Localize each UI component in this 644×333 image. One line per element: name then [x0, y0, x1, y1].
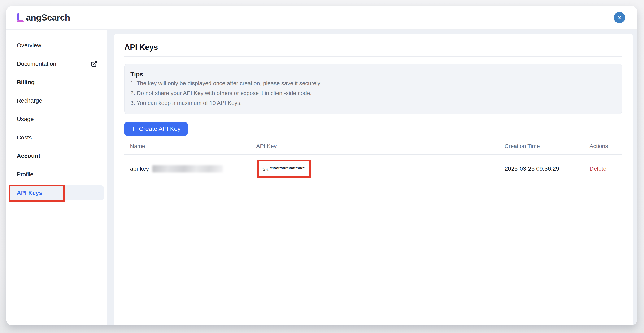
title-divider — [124, 56, 622, 56]
redacted-name-blur — [152, 165, 223, 172]
user-avatar[interactable]: x — [614, 12, 625, 23]
column-header-creation-time: Creation Time — [499, 143, 584, 150]
api-key-value-cell: sk-*************** — [250, 160, 499, 178]
actions-cell: Delete — [584, 165, 622, 172]
brand-logo: angSearch — [17, 12, 70, 23]
sidebar-section-billing: Billing — [9, 75, 104, 90]
content-area: API Keys Tips 1. The key will only be di… — [107, 30, 637, 325]
sidebar-item-recharge[interactable]: Recharge — [9, 93, 104, 108]
sidebar-item-overview[interactable]: Overview — [9, 38, 104, 53]
table-row: api-key- sk-*************** 2025-03-25 0… — [124, 155, 622, 180]
sidebar-item-documentation[interactable]: Documentation — [9, 56, 104, 71]
avatar-initial: x — [618, 14, 621, 21]
tips-item-2: 2. Do not share your API Key with others… — [130, 88, 614, 98]
brand-name: angSearch — [26, 12, 70, 23]
tips-box: Tips 1. The key will only be displayed o… — [124, 64, 622, 114]
sidebar-nav: Overview Documentation Billing Recharge — [6, 30, 107, 325]
tips-item-3: 3. You can keep a maximum of 10 API Keys… — [130, 98, 614, 108]
annotation-box-api-key: sk-*************** — [257, 160, 311, 178]
page-title: API Keys — [124, 43, 622, 52]
sidebar-item-costs[interactable]: Costs — [9, 130, 104, 145]
logo-vertical-bar — [17, 13, 19, 21]
column-header-actions: Actions — [584, 143, 622, 150]
sidebar-item-profile[interactable]: Profile — [9, 167, 104, 182]
api-keys-table: Name API Key Creation Time Actions api-k… — [124, 138, 622, 180]
sidebar-section-account: Account — [9, 148, 104, 164]
column-header-api-key: API Key — [250, 143, 499, 150]
api-keys-panel: API Keys Tips 1. The key will only be di… — [114, 33, 633, 325]
plus-icon: + — [132, 125, 136, 132]
delete-button[interactable]: Delete — [590, 165, 606, 172]
api-key-name-prefix: api-key- — [130, 165, 151, 172]
creation-time-cell: 2025-03-25 09:36:29 — [499, 165, 584, 172]
sidebar-item-usage[interactable]: Usage — [9, 112, 104, 127]
brand-logo-l-icon — [17, 13, 25, 22]
column-header-name: Name — [124, 143, 250, 150]
sidebar-item-api-keys[interactable]: API Keys — [9, 185, 104, 200]
app-window: angSearch x Overview Documentation — [6, 6, 637, 326]
tips-item-1: 1. The key will only be displayed once a… — [130, 78, 614, 88]
logo-horizontal-bar — [17, 20, 24, 22]
api-key-name-cell: api-key- — [124, 165, 250, 172]
masked-api-key: sk-*************** — [262, 165, 304, 172]
create-api-key-button[interactable]: + Create API Key — [124, 122, 188, 135]
external-link-icon — [91, 60, 98, 67]
tips-heading: Tips — [130, 70, 614, 78]
top-header: angSearch x — [6, 6, 637, 30]
table-header-row: Name API Key Creation Time Actions — [124, 138, 622, 155]
create-api-key-label: Create API Key — [139, 125, 180, 132]
